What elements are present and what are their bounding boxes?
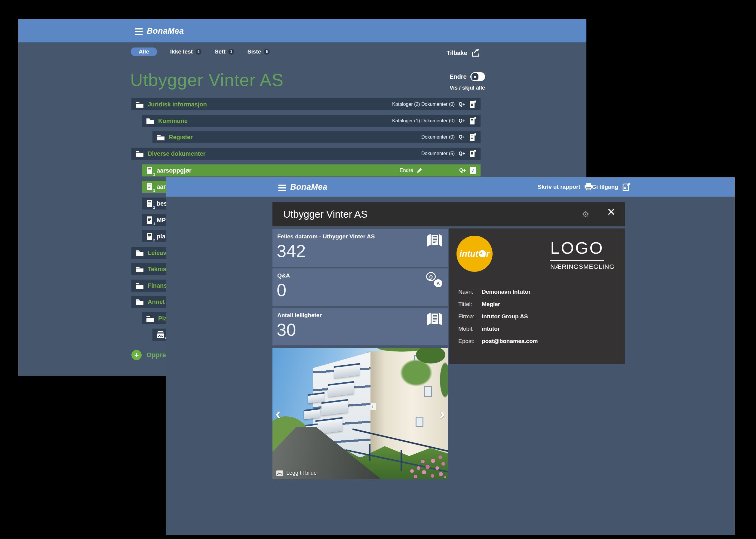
logo-o-bubble: ➤ bbox=[479, 250, 486, 257]
document-icon: 1 bbox=[146, 167, 153, 175]
tree-row-folder[interactable]: Juridisk informasjon Kataloger (2) Dokum… bbox=[131, 98, 480, 110]
brochure-icon bbox=[427, 234, 442, 247]
qa-add-button[interactable]: Q+ bbox=[459, 151, 465, 156]
intutor-logo: intut➤r bbox=[457, 236, 493, 272]
image-icon bbox=[276, 470, 283, 476]
pencil-icon bbox=[416, 167, 423, 174]
edit-toggle-group: Endre Vis / skjul alle bbox=[450, 72, 485, 91]
plus-icon: + bbox=[131, 350, 142, 360]
upload-document-icon[interactable] bbox=[469, 133, 476, 141]
tree-row-document-selected[interactable]: 1 aarsoppgjør Endre Q+ ✓ bbox=[142, 164, 480, 177]
app-header: BonaMea Skriv ut rapport Gi tilgang bbox=[166, 177, 735, 196]
folder-icon bbox=[135, 249, 144, 257]
qa-add-button[interactable]: Q+ bbox=[459, 168, 466, 173]
image-stack-icon: 4 bbox=[157, 331, 164, 339]
company-logo: LOGO NÆRINGSMEGLING bbox=[550, 239, 614, 270]
back-export-icon bbox=[471, 49, 480, 57]
upload-document-icon[interactable] bbox=[469, 149, 476, 158]
folder-icon bbox=[146, 117, 154, 124]
card-felles-datarom[interactable]: Felles datarom - Utbygger Vinter AS 342 bbox=[273, 229, 448, 267]
page-title: Utbygger Vinter AS bbox=[130, 70, 284, 90]
contact-fields: Navn: Demonavn Intutor Tittel: Megler Fi… bbox=[458, 289, 538, 350]
endre-document-button[interactable]: Endre bbox=[400, 167, 423, 174]
back-button[interactable]: Tilbake bbox=[447, 49, 480, 57]
tree-row-folder[interactable]: Diverse dokumenter Dokumenter (5) Q+ bbox=[131, 148, 480, 160]
card-value: 30 bbox=[277, 320, 296, 340]
upload-document-icon[interactable] bbox=[469, 100, 476, 109]
brand-logo[interactable]: BonaMea bbox=[147, 27, 184, 36]
qa-add-button[interactable]: Q+ bbox=[459, 102, 465, 107]
property-photo: L ‹ › Legg til bilde bbox=[273, 348, 448, 479]
contact-row: Firma: Intutor Group AS bbox=[458, 313, 538, 320]
qa-add-button[interactable]: Q+ bbox=[459, 118, 465, 123]
folder-icon bbox=[146, 315, 154, 322]
folder-icon bbox=[135, 101, 144, 108]
grant-access-icon bbox=[622, 183, 631, 192]
folder-icon bbox=[135, 298, 144, 305]
endre-toggle[interactable] bbox=[470, 72, 485, 81]
broker-info-panel: intut➤r LOGO NÆRINGSMEGLING Navn: Demona… bbox=[449, 228, 625, 364]
tree-row-folder[interactable]: Register Dokumenter (0) Q+ bbox=[152, 131, 480, 143]
photo-flowers bbox=[444, 476, 446, 478]
folder-icon bbox=[157, 133, 165, 141]
tab-alle[interactable]: Alle bbox=[131, 47, 157, 56]
tree-row-folder[interactable]: Kommune Kataloger (1) Dokumenter (0) Q+ bbox=[142, 115, 480, 127]
count-badge: 1 bbox=[228, 49, 234, 55]
document-icon: 2 bbox=[146, 232, 153, 241]
tab-siste[interactable]: Siste 5 bbox=[247, 48, 270, 55]
contact-row: Epost: post@bonamea.com bbox=[458, 338, 538, 345]
card-qa[interactable]: Q&A 0 Q A bbox=[273, 269, 448, 306]
document-icon: 1 bbox=[146, 199, 153, 208]
document-checkbox-checked[interactable]: ✓ bbox=[470, 167, 476, 174]
folder-icon bbox=[135, 266, 144, 273]
app-header: BonaMea bbox=[18, 19, 586, 42]
modal-title: Utbygger Vinter AS bbox=[283, 209, 368, 220]
add-photo-button[interactable]: Legg til bilde bbox=[276, 470, 317, 476]
carousel-next-icon[interactable]: › bbox=[440, 406, 445, 422]
folder-icon bbox=[135, 150, 144, 157]
close-icon[interactable]: × bbox=[607, 205, 615, 218]
gear-icon[interactable]: ⚙ bbox=[582, 209, 589, 219]
document-icon: 1 bbox=[146, 183, 153, 191]
grant-access-button[interactable]: Gi tilgang bbox=[592, 177, 631, 196]
card-value: 342 bbox=[277, 241, 306, 261]
brand-logo[interactable]: BonaMea bbox=[290, 183, 327, 192]
filter-tabs: Alle Ikke lest 4 Sett 1 Siste 5 bbox=[131, 47, 270, 56]
document-icon: 1 bbox=[146, 216, 153, 224]
card-value: 0 bbox=[277, 280, 286, 300]
contact-row: Tittel: Megler bbox=[458, 301, 538, 308]
qa-add-button[interactable]: Q+ bbox=[459, 134, 465, 140]
carousel-prev-icon[interactable]: ‹ bbox=[276, 406, 281, 422]
count-badge: 4 bbox=[196, 49, 202, 55]
window-project-overview: BonaMea Skriv ut rapport Gi tilgang Utby… bbox=[166, 177, 735, 535]
endre-label: Endre bbox=[450, 73, 467, 80]
card-antall-leiligheter[interactable]: Antall leiligheter 30 bbox=[273, 308, 448, 346]
print-report-button[interactable]: Skriv ut rapport bbox=[538, 177, 593, 196]
contact-row: Navn: Demonavn Intutor bbox=[458, 289, 538, 295]
hamburger-menu-icon[interactable] bbox=[135, 28, 143, 35]
show-hide-all-label: Vis / skjul alle bbox=[450, 85, 485, 91]
photo-entrance-sign: L bbox=[371, 403, 376, 410]
desktop: BonaMea Alle Ikke lest 4 Sett 1 Siste 5 … bbox=[0, 0, 756, 539]
photo-tree-foliage bbox=[359, 348, 448, 413]
modal-title-bar: Utbygger Vinter AS ⚙ × bbox=[273, 202, 625, 226]
folder-icon bbox=[135, 282, 144, 289]
hamburger-menu-icon[interactable] bbox=[278, 185, 286, 191]
upload-document-icon[interactable] bbox=[469, 116, 476, 125]
tab-ikke-lest[interactable]: Ikke lest 4 bbox=[170, 48, 202, 55]
contact-row: Mobil: intutor bbox=[458, 326, 538, 332]
qa-bubbles-icon: Q A bbox=[426, 272, 443, 287]
brochure-icon bbox=[427, 312, 442, 326]
tab-sett[interactable]: Sett 1 bbox=[215, 48, 234, 55]
count-badge: 5 bbox=[264, 49, 270, 55]
